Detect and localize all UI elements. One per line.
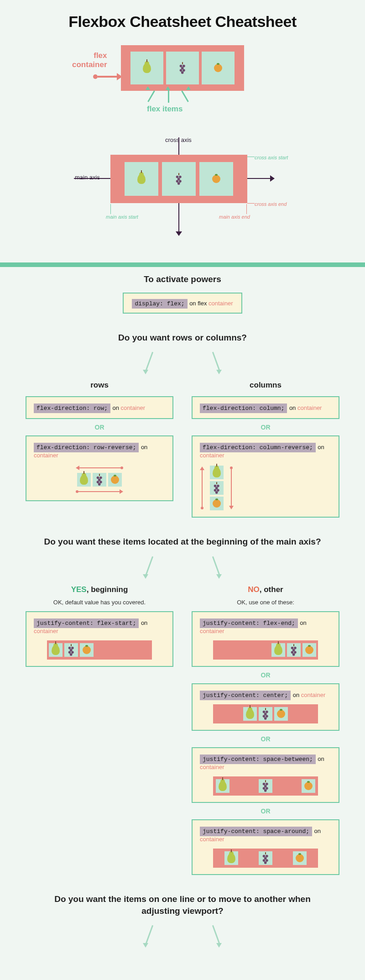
orange-icon [213,499,221,508]
on-flex-container-text: on flex container [189,300,233,307]
flex-item [162,162,196,196]
or-label: OR [192,735,339,743]
orange-icon [305,646,313,654]
or-label: OR [192,807,339,815]
code-flex-direction-column: flex-direction: column; [200,404,287,413]
intro-section: flex container flex items cross axis mai… [0,41,365,262]
mini-column-demo [210,466,224,510]
branch-arrow-head [216,574,222,579]
justify-around-demo [213,849,318,868]
code-flex-direction-column-reverse: flex-direction: column-reverse; [200,443,316,452]
code-flex-direction-row: flex-direction: row; [34,404,110,413]
reverse-arrow-down [229,466,234,509]
orange-icon [304,782,313,790]
grape-icon [261,854,270,863]
code-justify-flex-start: justify-content: flex-start; [34,618,139,628]
branch-arrow-head [143,370,148,374]
column-reverse-codebox: flex-direction: column-reverse; on conta… [192,435,339,518]
cross-axis-arrow [176,231,182,236]
cross-axis-start-label: cross axis start [255,155,288,160]
or-label: OR [192,424,339,431]
pear-icon [274,645,282,655]
items-arrow [181,90,189,102]
code-justify-space-between: justify-content: space-between; [200,755,316,764]
axes-container-demo [110,155,247,203]
mas-tick [110,204,111,214]
orange-icon [111,476,119,484]
justify-between-demo [213,776,318,796]
flex-items-label: flex items [147,105,182,114]
activate-codebox: display: flex; on flex container [123,293,242,314]
flex-item [202,52,235,84]
wrap-heading: Do you want the items on one line or to … [0,891,365,924]
branch-arrow-head [216,370,222,374]
orange-icon [83,646,91,654]
items-arrow-head [166,86,170,90]
branch-arrow [146,352,153,370]
items-arrow-head [146,86,150,90]
grape-icon [261,709,270,718]
cae-tick [247,203,255,204]
justify-around-codebox: justify-content: space-around; on contai… [192,819,339,875]
grape-icon [175,174,183,183]
justify-start-codebox: justify-content: flex-start; on containe… [26,611,173,667]
orange-icon [214,64,222,72]
grape-icon [261,781,270,791]
rows-cols-heading: Do you want rows or columns? [0,329,365,351]
orange-icon [296,854,304,862]
grape-icon [213,483,221,493]
reverse-arrow-up [200,466,204,509]
reverse-arrow-right [76,489,123,494]
grape-icon [67,645,75,655]
column-codebox: flex-direction: column; on container [192,396,339,419]
main-axis-label: main axis [75,174,100,181]
justify-center-codebox: justify-content: center; on container [192,683,339,731]
items-arrow [147,90,155,102]
branch-arrow [146,556,153,575]
pear-icon [227,853,235,863]
main-axis-end-label: main axis end [219,214,250,220]
pear-icon [137,174,146,184]
items-arrow-head [186,86,191,90]
flex-item [199,162,233,196]
container-arrow-line [98,76,118,78]
code-justify-center: justify-content: center; [200,691,291,700]
grape-icon [95,475,104,484]
items-arrow [168,90,169,103]
cas-tick [247,157,255,157]
or-label: OR [192,671,339,679]
cross-axis-end-label: cross axis end [255,201,287,207]
flex-item [125,162,158,196]
justify-start-demo [47,640,152,660]
justify-heading: Do you want these items located at the b… [0,533,365,555]
reverse-arrow-left [76,466,123,470]
branch-arrow-head [216,943,222,948]
main-axis-arrow [270,175,275,182]
row-reverse-codebox: flex-direction: row-reverse; on containe… [26,435,173,501]
mini-row-demo [77,473,122,487]
justify-center-demo [213,704,318,723]
yes-subtitle: OK, default value has you covered. [26,599,173,606]
pear-icon [213,467,221,477]
branch-arrow-head [143,943,148,948]
justify-between-codebox: justify-content: space-between; on conta… [192,747,339,803]
rows-label: rows [26,381,173,390]
flex-item [166,52,199,84]
grape-icon [290,645,298,655]
container-arrow-dot [93,74,98,79]
flex-item [130,52,163,84]
activate-heading: To activate powers [0,271,365,293]
branch-arrow [212,925,220,943]
branch-arrow [212,352,220,370]
yes-label: YES, beginning [26,585,173,594]
code-justify-flex-end: justify-content: flex-end; [200,618,298,628]
justify-end-codebox: justify-content: flex-end; on container [192,611,339,667]
main-axis-start-label: main axis start [106,214,138,220]
pear-icon [219,781,227,791]
row-codebox: flex-direction: row; on container [26,396,173,419]
branch-arrow [146,925,153,943]
pear-icon [143,63,151,73]
justify-end-demo [213,640,318,660]
code-flex-direction-row-reverse: flex-direction: row-reverse; [34,443,139,452]
branch-arrow-head [143,574,148,579]
